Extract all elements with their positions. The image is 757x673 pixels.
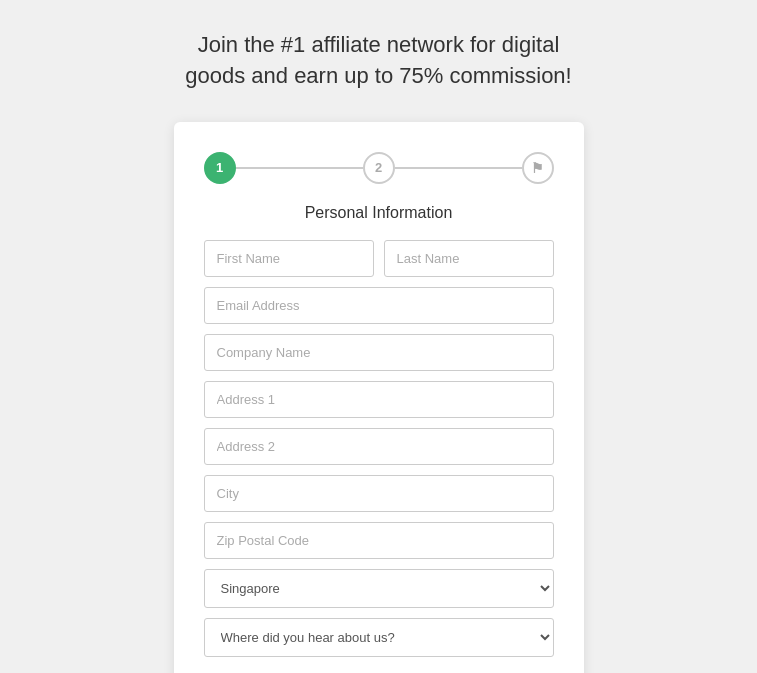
address2-input[interactable]	[204, 428, 554, 465]
headline-line1: Join the #1 affiliate network for digita…	[198, 32, 560, 57]
country-row: Singapore United States United Kingdom C…	[204, 569, 554, 608]
city-row	[204, 475, 554, 512]
email-input[interactable]	[204, 287, 554, 324]
step-1-circle: 1	[204, 152, 236, 184]
zip-row	[204, 522, 554, 559]
hear-about-select[interactable]: Where did you hear about us? Google Face…	[204, 618, 554, 657]
first-name-input[interactable]	[204, 240, 374, 277]
address2-row	[204, 428, 554, 465]
company-row	[204, 334, 554, 371]
company-input[interactable]	[204, 334, 554, 371]
email-row	[204, 287, 554, 324]
step-line-2	[395, 167, 522, 169]
stepper: 1 2 ⚑	[204, 152, 554, 184]
address1-input[interactable]	[204, 381, 554, 418]
section-title: Personal Information	[204, 204, 554, 222]
address1-row	[204, 381, 554, 418]
step-2-circle: 2	[363, 152, 395, 184]
registration-form: Singapore United States United Kingdom C…	[204, 240, 554, 673]
registration-card: 1 2 ⚑ Personal Information	[174, 122, 584, 673]
country-select[interactable]: Singapore United States United Kingdom C…	[204, 569, 554, 608]
first-name-field	[204, 240, 374, 277]
headline-line2: goods and earn up to 75% commission!	[185, 63, 571, 88]
step-3-circle: ⚑	[522, 152, 554, 184]
city-input[interactable]	[204, 475, 554, 512]
step-line-1	[236, 167, 363, 169]
zip-input[interactable]	[204, 522, 554, 559]
last-name-input[interactable]	[384, 240, 554, 277]
name-row	[204, 240, 554, 277]
hear-about-row: Where did you hear about us? Google Face…	[204, 618, 554, 657]
page-headline: Join the #1 affiliate network for digita…	[185, 30, 571, 92]
last-name-field	[384, 240, 554, 277]
finish-icon: ⚑	[531, 160, 544, 176]
